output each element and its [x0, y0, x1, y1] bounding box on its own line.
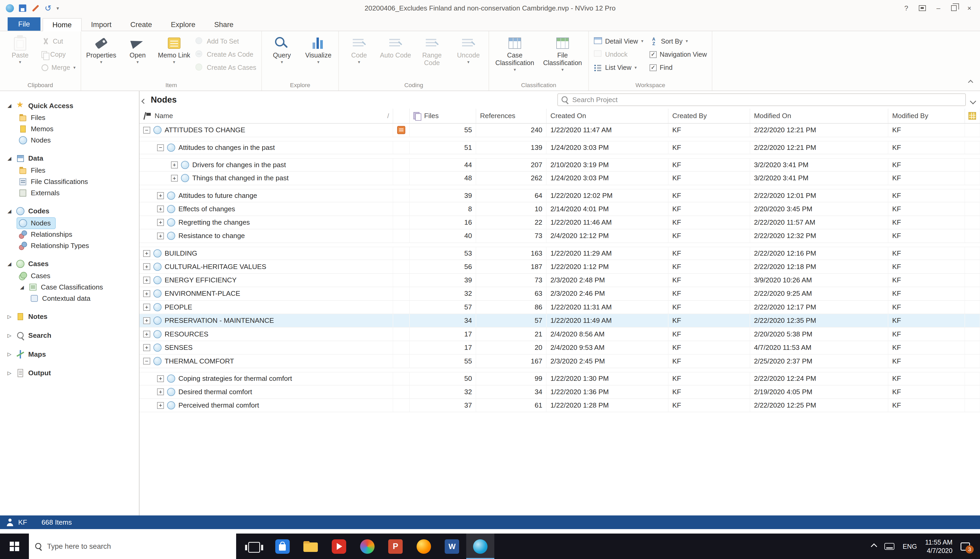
- table-row[interactable]: +Drivers for changes in the past442072/1…: [139, 158, 980, 172]
- sidebar-section-data[interactable]: ◢Data: [0, 152, 139, 164]
- collapse-pane-button[interactable]: [142, 94, 146, 106]
- sidebar-section-cases[interactable]: ◢Cases: [0, 258, 139, 270]
- column-header-name[interactable]: Name /: [139, 109, 393, 123]
- hidden-icons-button[interactable]: [872, 542, 876, 550]
- code-button[interactable]: Code ▾: [341, 32, 378, 81]
- expand-node-icon[interactable]: +: [143, 290, 150, 297]
- undo-button[interactable]: ↺: [45, 4, 51, 12]
- table-row[interactable]: +BUILDING531631/22/2020 11:29 AMKF2/22/2…: [139, 247, 980, 260]
- navigation-view-toggle[interactable]: ✓Navigation View: [647, 48, 710, 61]
- range-code-button[interactable]: Range Code: [414, 32, 450, 81]
- sidebar-item-nodes[interactable]: Nodes: [17, 218, 55, 228]
- file-explorer-taskbar-button[interactable]: [297, 534, 325, 559]
- expand-node-icon[interactable]: +: [143, 317, 150, 324]
- clock[interactable]: 11:55 AM 4/7/2020: [925, 538, 952, 555]
- collapse-ribbon-button[interactable]: [969, 75, 972, 87]
- table-row[interactable]: +Regretting the changes16221/22/2020 11:…: [139, 216, 980, 229]
- undock-button[interactable]: Undock: [591, 48, 647, 61]
- find-toggle[interactable]: ✓Find: [647, 61, 710, 74]
- search-scope-dropdown[interactable]: [971, 94, 975, 106]
- media-player-taskbar-button[interactable]: [325, 534, 353, 559]
- expand-node-icon[interactable]: +: [143, 344, 150, 351]
- table-row[interactable]: +Things that changed in the past482621/2…: [139, 172, 980, 185]
- table-row[interactable]: −THERMAL COMFORT551672/3/2020 2:45 PMKF2…: [139, 355, 980, 368]
- sidebar-section-quick-access[interactable]: ◢Quick Access: [0, 100, 139, 112]
- search-input[interactable]: [572, 96, 961, 104]
- ribbon-display-options-button[interactable]: [919, 5, 925, 11]
- expand-node-icon[interactable]: +: [143, 331, 150, 337]
- sidebar-item-externals[interactable]: Externals: [17, 188, 64, 198]
- close-button[interactable]: ×: [967, 4, 971, 12]
- tree-collapse-icon[interactable]: ◢: [6, 103, 13, 108]
- pen-icon[interactable]: [32, 5, 39, 12]
- sidebar-item-nodes[interactable]: Nodes: [17, 135, 55, 146]
- collapse-node-icon[interactable]: −: [143, 358, 150, 364]
- task-view-taskbar-button[interactable]: [240, 534, 269, 559]
- sidebar-item-relationships[interactable]: Relationships: [17, 229, 77, 240]
- collapse-node-icon[interactable]: −: [143, 127, 150, 134]
- expand-node-icon[interactable]: +: [171, 175, 178, 182]
- table-row[interactable]: +Perceived thermal comfort37611/22/2020 …: [139, 399, 980, 412]
- table-row[interactable]: +Effects of changes8102/14/2020 4:01 PMK…: [139, 202, 980, 216]
- tree-collapse-icon[interactable]: ◢: [6, 156, 13, 161]
- nvivo-taskbar-button[interactable]: [466, 534, 494, 559]
- word-taskbar-button[interactable]: [438, 534, 466, 559]
- list-view-button[interactable]: List View▾: [591, 61, 647, 74]
- photos-taskbar-button[interactable]: [353, 534, 381, 559]
- open-button[interactable]: Open ▾: [119, 32, 156, 81]
- table-row[interactable]: −Attitudes to changes in the past511391/…: [139, 141, 980, 154]
- start-button[interactable]: [0, 534, 29, 559]
- tree-collapse-icon[interactable]: ◢: [6, 208, 13, 213]
- copy-button[interactable]: Copy: [38, 48, 79, 61]
- table-row[interactable]: +CULTURAL-HERITAGE VALUES561871/22/2020 …: [139, 260, 980, 273]
- merge-button[interactable]: Merge▾: [38, 61, 79, 74]
- column-header-modified-on[interactable]: Modified On: [750, 109, 888, 123]
- help-button[interactable]: ?: [904, 4, 908, 12]
- column-header-created-by[interactable]: Created By: [668, 109, 750, 123]
- table-row[interactable]: +Resistance to change40732/4/2020 12:12 …: [139, 229, 980, 243]
- sidebar-section-maps[interactable]: ▷Maps: [0, 348, 139, 360]
- column-header-created-on[interactable]: Created On: [547, 109, 668, 123]
- create-as-cases-button[interactable]: Create As Cases: [192, 61, 259, 74]
- notification-center-button[interactable]: 3: [960, 542, 970, 551]
- sidebar-item-files[interactable]: Files: [17, 112, 50, 123]
- tab-create[interactable]: Create: [121, 19, 161, 31]
- uncode-button[interactable]: Uncode ▾: [450, 32, 487, 81]
- taskbar-search[interactable]: Type here to search: [29, 534, 236, 559]
- memo-link-button[interactable]: Memo Link ▾: [156, 32, 192, 81]
- file-classification-button[interactable]: File Classification ▾: [539, 32, 587, 81]
- powerpoint-taskbar-button[interactable]: [381, 534, 410, 559]
- table-row[interactable]: +SENSES17202/4/2020 9:53 AMKF4/7/2020 11…: [139, 341, 980, 355]
- tree-expand-icon[interactable]: ▷: [6, 314, 13, 319]
- expand-node-icon[interactable]: +: [157, 205, 164, 212]
- navigation-view-checkbox[interactable]: ✓: [650, 51, 657, 58]
- tree-expand-icon[interactable]: ▷: [6, 370, 13, 375]
- table-row[interactable]: +Attitudes to future change39641/22/2020…: [139, 189, 980, 202]
- add-to-set-button[interactable]: Add To Set: [192, 35, 259, 48]
- properties-button[interactable]: Properties ▾: [83, 32, 119, 81]
- sidebar-section-output[interactable]: ▷Output: [0, 367, 139, 379]
- expand-node-icon[interactable]: +: [157, 219, 164, 226]
- sidebar-item-relationship-types[interactable]: Relationship Types: [17, 240, 93, 251]
- tree-expand-icon[interactable]: ▷: [6, 333, 13, 338]
- sidebar-item-files[interactable]: Files: [17, 165, 50, 176]
- tree-expand-icon[interactable]: ▷: [6, 352, 13, 357]
- sidebar-item-case-classifications[interactable]: ◢Case Classifications: [17, 282, 108, 293]
- paste-button[interactable]: Paste ▾: [2, 32, 38, 81]
- collapse-node-icon[interactable]: −: [157, 144, 164, 151]
- table-row[interactable]: +ENERGY EFFICIENCY39732/3/2020 2:48 PMKF…: [139, 274, 980, 287]
- touch-keyboard-icon[interactable]: [884, 543, 894, 550]
- cut-button[interactable]: Cut: [38, 35, 79, 48]
- sidebar-section-codes[interactable]: ◢Codes: [0, 205, 139, 217]
- table-row[interactable]: +PEOPLE57861/22/2020 11:31 AMKF2/22/2020…: [139, 301, 980, 314]
- tab-share[interactable]: Share: [205, 19, 243, 31]
- sidebar-item-cases[interactable]: Cases: [17, 271, 55, 281]
- detail-view-button[interactable]: Detail View▾: [591, 35, 647, 48]
- sidebar-section-notes[interactable]: ▷Notes: [0, 311, 139, 322]
- sidebar-section-search[interactable]: ▷Search: [0, 330, 139, 341]
- table-row[interactable]: +ENVIRONMENT-PLACE32632/3/2020 2:46 PMKF…: [139, 287, 980, 301]
- minimize-button[interactable]: –: [937, 4, 940, 12]
- expand-node-icon[interactable]: +: [143, 276, 150, 283]
- sort-by-button[interactable]: Sort By▾: [647, 35, 710, 48]
- table-row[interactable]: +PRESERVATION - MAINTENANCE34571/22/2020…: [139, 314, 980, 327]
